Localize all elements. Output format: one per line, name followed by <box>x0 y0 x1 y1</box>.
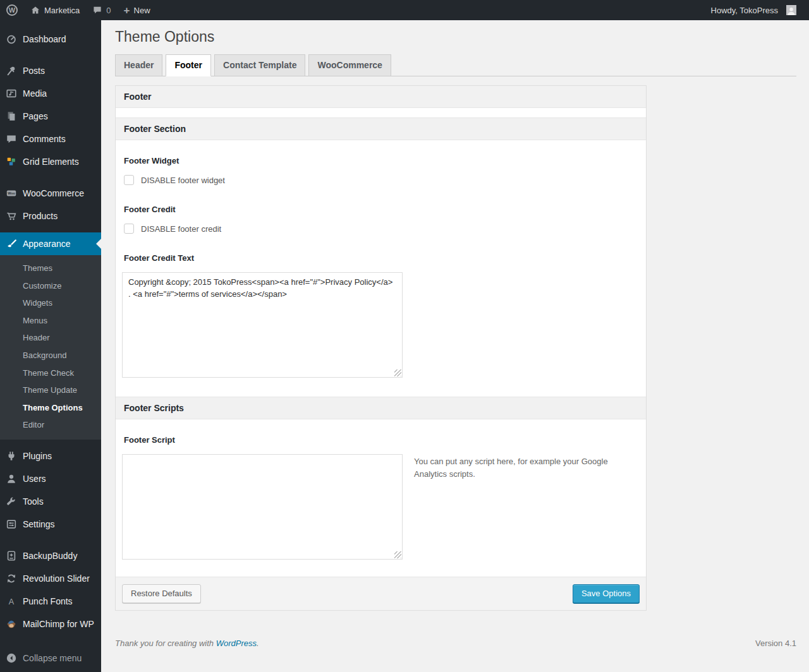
settings-icon <box>5 518 18 531</box>
submenu-item-background[interactable]: Background <box>0 347 101 364</box>
sidebar-item-label: WooCommerce <box>23 188 84 199</box>
sidebar-item-products[interactable]: Products <box>0 205 101 227</box>
sidebar-item-settings[interactable]: Settings <box>0 513 101 536</box>
sidebar-item-punch-fonts[interactable]: A Punch Fonts <box>0 590 101 613</box>
save-options-button[interactable]: Save Options <box>573 584 640 603</box>
sidebar-item-label: Tools <box>23 496 44 507</box>
footer-scripts-body: Footer Script You can put any script her… <box>116 419 646 577</box>
resize-grip-icon[interactable] <box>394 551 401 558</box>
footer-credit-text-label: Footer Credit Text <box>124 253 640 263</box>
restore-defaults-button[interactable]: Restore Defaults <box>122 584 201 603</box>
sidebar-item-label: Settings <box>23 519 55 530</box>
submenu-item-themes[interactable]: Themes <box>0 260 101 277</box>
sidebar-item-users[interactable]: Users <box>0 467 101 490</box>
sidebar-item-woocommerce[interactable]: Woo WooCommerce <box>0 182 101 205</box>
sidebar-item-comments[interactable]: Comments <box>0 128 101 150</box>
footer-widget-label: Footer Widget <box>124 156 640 165</box>
plugins-icon <box>5 450 18 462</box>
tab-woocommerce[interactable]: WooCommerce <box>308 54 391 76</box>
admin-sidebar: Dashboard Posts Media Pages Comments <box>0 20 101 672</box>
submenu-item-customize[interactable]: Customize <box>0 277 101 295</box>
sidebar-item-label: Grid Elements <box>23 156 79 167</box>
comment-count: 0 <box>106 6 111 15</box>
wordpress-logo-icon: W <box>6 4 18 16</box>
submenu-item-theme-check[interactable]: Theme Check <box>0 364 101 382</box>
sidebar-item-appearance[interactable]: Appearance <box>0 232 101 255</box>
sidebar-item-label: Comments <box>23 133 66 145</box>
collapse-arrow-icon <box>5 652 18 664</box>
submenu-item-theme-options[interactable]: Theme Options <box>0 399 101 417</box>
sidebar-item-label: Posts <box>23 65 45 76</box>
disable-footer-credit-checkbox[interactable] <box>124 224 134 234</box>
collapse-menu-button[interactable]: Collapse menu <box>0 647 101 669</box>
footer-section-body: Footer Widget DISABLE footer widget Foot… <box>116 140 646 397</box>
sidebar-item-mailchimp[interactable]: MailChimp for WP <box>0 613 101 635</box>
wordpress-link[interactable]: WordPress <box>216 639 257 648</box>
sidebar-item-label: Users <box>23 473 46 484</box>
disable-footer-widget-label: DISABLE footer widget <box>141 176 225 185</box>
footer-script-hint: You can put any script here, for example… <box>414 454 611 481</box>
sidebar-item-label: Products <box>23 210 58 222</box>
appearance-brush-icon <box>5 237 18 250</box>
sidebar-item-grid-elements[interactable]: Grid Elements <box>0 150 101 173</box>
wp-logo-menu[interactable]: W <box>0 0 24 20</box>
cart-icon <box>5 210 18 222</box>
site-name-label: Marketica <box>44 6 80 15</box>
disable-footer-widget-checkbox[interactable] <box>124 175 134 185</box>
sidebar-item-label: Appearance <box>23 238 71 249</box>
woocommerce-icon: Woo <box>5 187 18 200</box>
sidebar-item-plugins[interactable]: Plugins <box>0 445 101 467</box>
submenu-item-menus[interactable]: Menus <box>0 312 101 330</box>
new-content-menu[interactable]: + New <box>118 0 157 20</box>
svg-text:A: A <box>9 597 15 606</box>
site-name-menu[interactable]: Marketica <box>24 0 86 20</box>
footer-credit-text-textarea[interactable]: Copyright &copy; 2015 TokoPress<span><a … <box>122 272 403 378</box>
appearance-submenu: Themes Customize Widgets Menus Header Ba… <box>0 255 101 440</box>
backupbuddy-icon <box>5 549 18 562</box>
sidebar-item-label: Plugins <box>23 450 52 462</box>
wrench-icon <box>5 495 18 508</box>
admin-bar: W Marketica 0 + New Howdy, TokoPress <box>0 0 809 20</box>
footer-credit-label: Footer Credit <box>124 205 640 214</box>
tab-footer[interactable]: Footer <box>166 54 211 76</box>
submenu-item-header[interactable]: Header <box>0 329 101 347</box>
tab-header[interactable]: Header <box>115 54 162 76</box>
panel-heading: Footer <box>116 86 646 108</box>
user-icon <box>5 472 18 485</box>
avatar <box>786 5 796 15</box>
page-footer: Thank you for creating with WordPress. V… <box>115 639 796 657</box>
tab-contact-template[interactable]: Contact Template <box>214 54 305 76</box>
disable-footer-credit-label: DISABLE footer credit <box>141 224 221 234</box>
sidebar-item-tools[interactable]: Tools <box>0 490 101 513</box>
sidebar-item-pages[interactable]: Pages <box>0 105 101 128</box>
submenu-item-theme-update[interactable]: Theme Update <box>0 381 101 399</box>
thanks-text: Thank you for creating with WordPress. <box>115 639 259 648</box>
sidebar-item-label: Media <box>23 88 47 99</box>
panel-spacer <box>116 108 646 117</box>
sidebar-item-revolution-slider[interactable]: Revolution Slider <box>0 567 101 590</box>
comments-icon <box>5 133 18 145</box>
media-icon <box>5 87 18 100</box>
thanks-suffix: . <box>257 639 259 648</box>
my-account-menu[interactable]: Howdy, TokoPress <box>705 0 809 20</box>
sidebar-item-posts[interactable]: Posts <box>0 59 101 82</box>
sidebar-item-label: Dashboard <box>23 33 66 45</box>
page-title: Theme Options <box>115 28 796 46</box>
footer-scripts-heading: Footer Scripts <box>116 397 646 419</box>
submenu-item-editor[interactable]: Editor <box>0 416 101 434</box>
mailchimp-monkey-icon <box>5 618 18 630</box>
comments-menu[interactable]: 0 <box>86 0 117 20</box>
footer-script-textarea[interactable] <box>122 454 403 560</box>
version-label: Version 4.1 <box>755 639 796 648</box>
panel-actions: Restore Defaults Save Options <box>116 577 646 610</box>
howdy-label: Howdy, TokoPress <box>711 6 778 15</box>
sidebar-item-label: BackupBuddy <box>23 550 77 561</box>
sidebar-item-backupbuddy[interactable]: BackupBuddy <box>0 544 101 567</box>
sidebar-item-dashboard[interactable]: Dashboard <box>0 28 101 51</box>
sidebar-item-media[interactable]: Media <box>0 82 101 105</box>
footer-script-label: Footer Script <box>124 435 640 445</box>
sidebar-item-label: Revolution Slider <box>23 573 90 584</box>
submenu-item-widgets[interactable]: Widgets <box>0 294 101 312</box>
resize-grip-icon[interactable] <box>394 369 401 376</box>
footer-widget-checkbox-row: DISABLE footer widget <box>124 175 640 185</box>
